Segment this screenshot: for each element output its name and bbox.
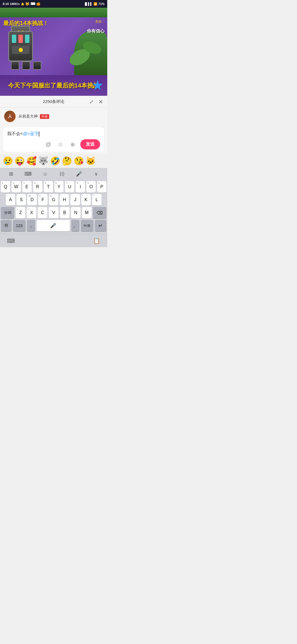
author-info: 从前是大神 作者 bbox=[18, 114, 49, 119]
author-comment: 人 从前是大神 作者 bbox=[0, 108, 107, 125]
key-a[interactable]: ~A bbox=[6, 194, 15, 206]
key-q[interactable]: 1Q bbox=[1, 181, 10, 193]
key-comma[interactable]: ， bbox=[27, 220, 35, 231]
cursor-move-icon: ⟨I⟩ bbox=[59, 171, 65, 177]
reward-badge: 奖励： bbox=[95, 20, 105, 24]
emoji-keyboard-button[interactable]: ☺ bbox=[40, 169, 51, 179]
plus-icon: ⊕ bbox=[70, 141, 75, 148]
keyboard: 1Q 2W 3E 4R 5T 6Y 7U 8I 9O 0P ~A !S @D #… bbox=[0, 180, 107, 234]
plus-button[interactable]: ⊕ bbox=[68, 140, 77, 149]
cursor-move-button[interactable]: ⟨I⟩ bbox=[57, 169, 68, 179]
keyboard-row-2: ~A !S @D #F %G "H "J *K ?L bbox=[1, 194, 106, 206]
keyboard-toolbar: ⊞ ⌨ ☺ ⟨I⟩ 🎤 ∨ bbox=[0, 168, 107, 180]
emoji-row: 😢 😜 🥰 🐺 🤣 🤔 😘 🐱 bbox=[0, 154, 107, 168]
key-l[interactable]: ?L bbox=[92, 194, 101, 206]
key-zhongying[interactable]: 中/英 bbox=[81, 220, 93, 231]
app-grid-button[interactable]: ⊞ bbox=[6, 169, 17, 179]
emoji-heart-eyes[interactable]: 🥰 bbox=[26, 156, 37, 166]
key-period[interactable]: 。 bbox=[71, 220, 79, 231]
key-c[interactable]: -C bbox=[38, 207, 47, 219]
close-icon: ✕ bbox=[98, 99, 103, 105]
key-space[interactable]: 🎤 bbox=[37, 220, 70, 231]
keyboard-row-1: 1Q 2W 3E 4R 5T 6Y 7U 8I 9O 0P bbox=[1, 181, 106, 193]
author-badge: 作者 bbox=[40, 114, 49, 119]
key-v[interactable]: _V bbox=[49, 207, 58, 219]
input-prefix: 我不会< bbox=[7, 131, 23, 136]
key-y[interactable]: 6Y bbox=[54, 181, 64, 193]
keyboard-grid-icon: ⌨ bbox=[24, 171, 32, 177]
robot-legs bbox=[11, 61, 41, 70]
key-x[interactable]: )X bbox=[27, 207, 36, 219]
emoji-kiss[interactable]: 😘 bbox=[74, 156, 84, 166]
status-bar: 8:18 186K/s 🔔 😺 ⌨ 🍊 ▐▌▌▌ 📶 71% bbox=[0, 0, 107, 8]
key-o[interactable]: 9O bbox=[86, 181, 96, 193]
comments-header: 2250条评论 ⤢ ✕ bbox=[0, 96, 107, 108]
at-suffix: >蓝字 bbox=[28, 131, 39, 136]
key-b[interactable]: :B bbox=[60, 207, 70, 219]
network-speed: 186K/s bbox=[10, 2, 20, 6]
key-delete[interactable]: ⌫ bbox=[93, 207, 106, 219]
emoji-face-icon: ☺ bbox=[58, 141, 63, 148]
keyboard-row-3: 分词 (Z )X -C _V :B ;N M ⌫ bbox=[1, 207, 106, 219]
chevron-down-icon: ∨ bbox=[94, 171, 98, 177]
notification-icon: 🔔 bbox=[21, 2, 24, 6]
expand-icon: ⤢ bbox=[89, 99, 94, 105]
key-z[interactable]: (Z bbox=[16, 207, 25, 219]
wifi-icon: 📶 bbox=[94, 2, 97, 6]
key-r[interactable]: 4R bbox=[33, 181, 42, 193]
microphone-space-icon: 🎤 bbox=[50, 223, 56, 229]
emoji-cat[interactable]: 🐱 bbox=[86, 156, 96, 166]
key-fenci[interactable]: 分词 bbox=[1, 207, 14, 219]
key-s[interactable]: !S bbox=[16, 194, 26, 206]
robot-figure: V bbox=[6, 26, 41, 70]
author-name: 从前是大神 bbox=[18, 114, 38, 119]
game-bottom-banner: 今天下午国服出了最后的14本挑战 bbox=[0, 75, 107, 96]
app-grid-icon: ⊞ bbox=[9, 171, 13, 177]
key-123[interactable]: 123 bbox=[13, 220, 25, 231]
key-j[interactable]: "J bbox=[70, 194, 80, 206]
key-t[interactable]: 5T bbox=[44, 181, 53, 193]
expand-button[interactable]: ⤢ bbox=[89, 99, 94, 105]
key-m[interactable]: M bbox=[82, 207, 92, 219]
emoji-think[interactable]: 🤔 bbox=[62, 156, 72, 166]
key-fu[interactable]: 符 bbox=[1, 220, 12, 231]
send-button[interactable]: 发送 bbox=[80, 139, 100, 149]
keyboard-icon: ⌨ bbox=[7, 238, 15, 244]
emoji-wolf[interactable]: 🐺 bbox=[38, 156, 48, 166]
key-w[interactable]: 2W bbox=[12, 181, 21, 193]
emoji-tongue[interactable]: 😜 bbox=[15, 156, 25, 166]
comments-panel: 2250条评论 ⤢ ✕ 人 从前是大神 作者 我不会<@>蓝字 @ ☺ bbox=[0, 96, 107, 247]
key-f[interactable]: #F bbox=[38, 194, 48, 206]
emoji-laugh[interactable]: 🤣 bbox=[50, 156, 60, 166]
game-top-bar bbox=[0, 8, 107, 17]
app-icon-1: 😺 bbox=[25, 2, 29, 6]
signal-icon: ▐▌▌▌ bbox=[84, 2, 92, 6]
key-g[interactable]: %G bbox=[49, 194, 58, 206]
collapse-keyboard-button[interactable]: ∨ bbox=[90, 169, 101, 179]
key-k[interactable]: *K bbox=[81, 194, 91, 206]
key-i[interactable]: 8I bbox=[76, 181, 85, 193]
keyboard-layout-button[interactable]: ⌨ bbox=[23, 169, 34, 179]
key-u[interactable]: 7U bbox=[65, 181, 74, 193]
key-n[interactable]: ;N bbox=[71, 207, 81, 219]
comments-count: 2250条评论 bbox=[43, 99, 64, 104]
keyboard-switch-icon[interactable]: ⌨ bbox=[6, 236, 16, 246]
clipboard-icon[interactable]: 📋 bbox=[91, 236, 102, 246]
key-return[interactable]: ↵ bbox=[95, 220, 106, 231]
key-h[interactable]: "H bbox=[60, 194, 69, 206]
at-button[interactable]: @ bbox=[44, 140, 53, 149]
key-p[interactable]: 0P bbox=[97, 181, 106, 193]
battery: 71% bbox=[98, 2, 105, 6]
emoji-button[interactable]: ☺ bbox=[56, 140, 65, 149]
key-d[interactable]: @D bbox=[27, 194, 37, 206]
input-actions: @ ☺ ⊕ 发送 bbox=[7, 139, 100, 149]
app-icon-3: 🍊 bbox=[36, 2, 40, 6]
key-e[interactable]: 3E bbox=[22, 181, 32, 193]
bottom-bar: ⌨ 📋 bbox=[0, 234, 107, 247]
input-area[interactable]: 我不会<@>蓝字 @ ☺ ⊕ 发送 bbox=[3, 127, 104, 152]
emoji-crying[interactable]: 😢 bbox=[3, 156, 13, 166]
microphone-button[interactable]: 🎤 bbox=[73, 169, 84, 179]
status-left: 8:18 186K/s 🔔 😺 ⌨ 🍊 bbox=[3, 2, 40, 6]
close-button[interactable]: ✕ bbox=[98, 99, 103, 105]
text-cursor bbox=[39, 132, 39, 137]
